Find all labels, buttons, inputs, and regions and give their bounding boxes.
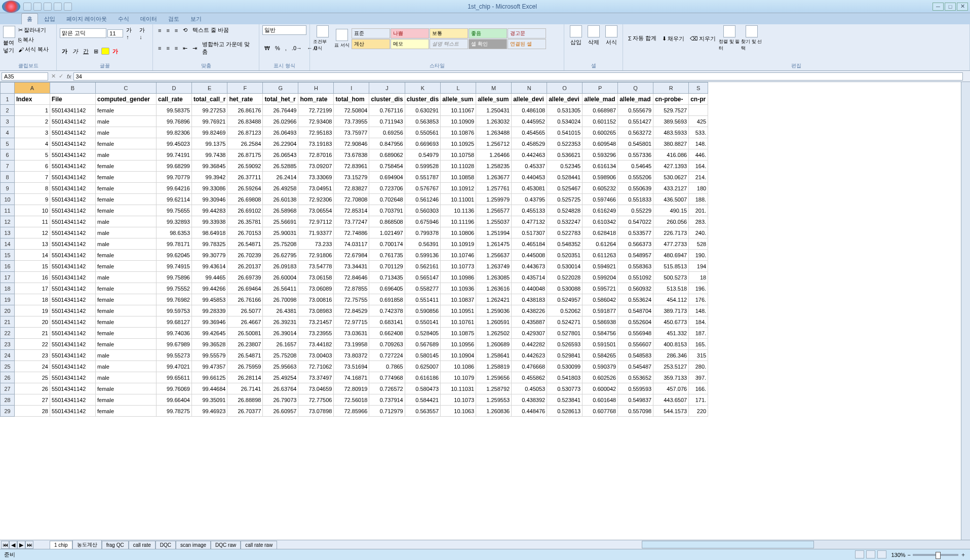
group-label-cells: 셀 — [567, 61, 619, 69]
style-good[interactable]: 좋음 — [469, 28, 507, 38]
style-note[interactable]: 메모 — [391, 39, 429, 49]
find-icon — [746, 25, 758, 37]
ribbon-tab-0[interactable]: 홈 — [21, 13, 38, 24]
autosum-button[interactable]: Σ 자동 합계 — [626, 33, 658, 43]
format-painter-button[interactable]: 🖌서식 복사 — [16, 45, 51, 54]
format-cells-button[interactable]: 서식 — [603, 25, 619, 46]
ribbon-tab-1[interactable]: 삽입 — [39, 14, 60, 24]
enter-formula-icon[interactable]: ✓ — [57, 73, 65, 79]
cell-styles-gallery[interactable]: 표준 나쁨 보통 좋음 경고문 계산 메모 설명 텍스트 셀 확인 연결된 셀 — [352, 28, 546, 49]
insert-cells-button[interactable]: 삽입 — [567, 25, 584, 46]
ribbon-tab-6[interactable]: 보기 — [185, 14, 207, 24]
group-label-editing: 편집 — [626, 61, 966, 69]
group-label-clipboard: 클립보드 — [3, 61, 53, 69]
style-neutral[interactable]: 보통 — [430, 28, 468, 38]
style-explain[interactable]: 설명 텍스트 — [430, 39, 468, 49]
sort-icon — [723, 25, 735, 37]
table-icon — [336, 29, 348, 41]
orientation-icon[interactable]: ⟲ — [181, 26, 189, 34]
group-label-styles: 스타일 — [313, 61, 561, 69]
save-icon[interactable] — [23, 3, 31, 11]
currency-icon[interactable]: ₩ — [262, 44, 272, 53]
font-size-select[interactable]: 11 — [107, 29, 123, 37]
cut-button[interactable]: ✂잘라내기 — [16, 25, 48, 35]
bold-button[interactable]: 가 — [60, 47, 69, 56]
style-bad[interactable]: 나쁨 — [391, 28, 429, 38]
minimize-button[interactable]: ─ — [933, 3, 944, 11]
indent-dec-icon[interactable]: ⇤ — [181, 44, 189, 53]
italic-button[interactable]: 가 — [70, 47, 80, 56]
merge-center-button[interactable]: 병합하고 가운데 맞춤 — [200, 39, 256, 57]
align-top-icon[interactable]: ≡ — [156, 26, 163, 34]
ribbon-tabs: 홈삽입페이지 레이아웃수식데이터검토보기 — [0, 13, 970, 24]
fill-button[interactable]: ⬇ 채우기 — [660, 34, 686, 44]
find-select-button[interactable]: 찾기 및 선택 — [741, 25, 762, 52]
comma-icon[interactable]: , — [283, 44, 289, 52]
group-label-font: 글꼴 — [60, 61, 149, 69]
wrap-text-button[interactable]: 텍스트 줄 바꿈 — [190, 25, 231, 35]
font-color-button[interactable]: 가 — [110, 47, 120, 56]
office-button[interactable] — [2, 1, 20, 13]
ribbon: 붙여넣기 ✂잘라내기 ⎘복사 🖌서식 복사 클립보드 맑은 고딕11가↑가↓ 가… — [0, 24, 970, 71]
font-name-select[interactable]: 맑은 고딕 — [60, 28, 106, 38]
fill-color-button[interactable] — [101, 48, 109, 55]
align-mid-icon[interactable]: ≡ — [164, 26, 171, 34]
inc-decimal-icon[interactable]: .0→ — [290, 44, 304, 52]
delete-icon — [588, 25, 600, 37]
ribbon-tab-3[interactable]: 수식 — [113, 14, 134, 24]
print-icon[interactable] — [54, 3, 62, 11]
ribbon-tab-5[interactable]: 검토 — [163, 14, 184, 24]
style-calc[interactable]: 계산 — [352, 39, 390, 49]
cond-format-button[interactable]: 조건부 서식 — [313, 25, 332, 52]
fx-icon[interactable]: fx — [65, 73, 73, 79]
cond-format-icon — [317, 25, 329, 37]
formula-input[interactable] — [73, 72, 963, 81]
style-linked[interactable]: 연결된 셀 — [508, 39, 546, 49]
close-button[interactable]: ✕ — [957, 3, 968, 11]
align-left-icon[interactable]: ≡ — [156, 44, 163, 52]
cancel-formula-icon[interactable]: ✕ — [50, 73, 57, 79]
grow-font-icon[interactable]: 가↑ — [124, 25, 136, 41]
ribbon-tab-4[interactable]: 데이터 — [135, 14, 162, 24]
window-title: 1st_chip - Microsoft Excel — [72, 3, 933, 10]
align-right-icon[interactable]: ≡ — [173, 44, 180, 52]
clear-button[interactable]: ⌫ 지우기 — [688, 34, 718, 44]
shrink-font-icon[interactable]: 가↓ — [137, 25, 149, 41]
group-label-number: 표시 형식 — [262, 61, 306, 69]
style-warning[interactable]: 경고문 — [508, 28, 546, 38]
style-normal[interactable]: 표준 — [352, 28, 390, 38]
undo-icon[interactable] — [33, 3, 42, 11]
sort-filter-button[interactable]: 정렬 및 필터 — [719, 25, 740, 52]
align-center-icon[interactable]: ≡ — [164, 44, 171, 52]
style-check[interactable]: 셀 확인 — [469, 39, 507, 49]
paste-button[interactable]: 붙여넣기 — [3, 26, 15, 54]
underline-button[interactable]: 간 — [81, 47, 91, 56]
paste-icon — [3, 26, 15, 38]
copy-button[interactable]: ⎘복사 — [16, 35, 36, 45]
redo-icon[interactable] — [44, 3, 52, 11]
number-format-select[interactable]: 일반 — [262, 25, 306, 35]
percent-icon[interactable]: % — [273, 44, 282, 52]
group-label-align: 맞춤 — [156, 61, 256, 69]
align-bot-icon[interactable]: ≡ — [173, 26, 180, 34]
delete-cells-button[interactable]: 삭제 — [585, 25, 602, 46]
maximize-button[interactable]: □ — [945, 3, 956, 11]
border-button[interactable]: ⊞ — [92, 47, 100, 56]
name-box[interactable] — [2, 72, 48, 81]
brush-icon: 🖌 — [18, 47, 24, 53]
copy-icon: ⎘ — [18, 37, 22, 43]
format-icon — [605, 25, 617, 37]
insert-icon — [570, 25, 582, 37]
quick-access-toolbar — [23, 3, 72, 11]
ribbon-tab-2[interactable]: 페이지 레이아웃 — [61, 14, 112, 24]
qat-more-icon[interactable] — [64, 3, 72, 11]
scissors-icon: ✂ — [18, 27, 23, 33]
indent-inc-icon[interactable]: ⇥ — [190, 44, 199, 53]
table-format-button[interactable]: 표 서식 — [333, 29, 351, 49]
